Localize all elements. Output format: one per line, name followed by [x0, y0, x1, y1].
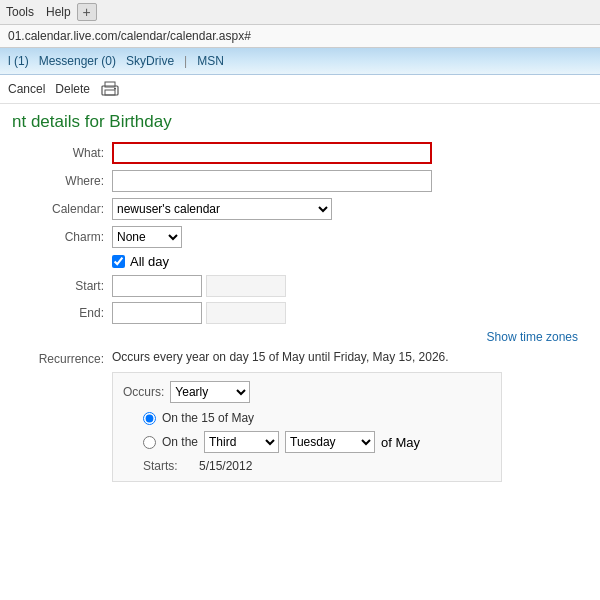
on-the-label: On the — [162, 435, 198, 449]
radio-on-ordinal-row: On the First Second Third Fourth Last Mo… — [143, 431, 491, 453]
occurs-label: Occurs: — [123, 385, 164, 399]
recurrence-box: Occurs: Yearly Daily Weekly Monthly On t… — [112, 372, 502, 482]
tools-menu[interactable]: Tools — [6, 5, 34, 19]
svg-rect-3 — [114, 88, 116, 90]
end-label: End: — [12, 306, 112, 320]
charm-select[interactable]: None — [112, 226, 182, 248]
allday-label: All day — [130, 254, 169, 269]
radio-on-15-row: On the 15 of May — [143, 411, 491, 425]
print-icon[interactable] — [100, 81, 120, 97]
recurrence-label: Recurrence: — [12, 350, 112, 366]
of-may-label: of May — [381, 435, 420, 450]
what-label: What: — [12, 146, 112, 160]
page-title: nt details for Birthday — [12, 112, 588, 132]
calendar-label: Calendar: — [12, 202, 112, 216]
charm-control: None — [112, 226, 588, 248]
calendar-select[interactable]: newuser's calendar — [112, 198, 332, 220]
show-time-zones-link[interactable]: Show time zones — [487, 330, 578, 344]
what-control — [112, 142, 588, 164]
occurs-row: Occurs: Yearly Daily Weekly Monthly — [123, 381, 491, 403]
address-bar: 01.calendar.live.com/calendar/calendar.a… — [0, 25, 600, 48]
start-time-input — [206, 275, 286, 297]
starts-value: 5/15/2012 — [199, 459, 252, 473]
browser-toolbar: Tools Help + — [0, 0, 600, 25]
cancel-button[interactable]: Cancel — [8, 82, 45, 96]
nav-messenger[interactable]: Messenger (0) — [39, 54, 116, 68]
end-row: End: — [12, 302, 588, 324]
starts-row: Starts: 5/15/2012 — [143, 459, 491, 473]
browser-menu: Tools Help — [6, 5, 71, 19]
where-control — [112, 170, 588, 192]
nav-item-l1[interactable]: l (1) — [8, 54, 29, 68]
on-15-radio[interactable] — [143, 412, 156, 425]
end-time-input — [206, 302, 286, 324]
day-select[interactable]: Monday Tuesday Wednesday Thursday Friday… — [285, 431, 375, 453]
where-label: Where: — [12, 174, 112, 188]
address-text: 01.calendar.live.com/calendar/calendar.a… — [8, 29, 251, 43]
help-menu[interactable]: Help — [46, 5, 71, 19]
svg-rect-1 — [105, 90, 115, 95]
nav-links: l (1) Messenger (0) SkyDrive | MSN — [0, 48, 600, 75]
page-toolbar: Cancel Delete — [0, 75, 600, 104]
allday-row: All day — [112, 254, 588, 269]
start-label: Start: — [12, 279, 112, 293]
on-ordinal-radio[interactable] — [143, 436, 156, 449]
ordinal-select[interactable]: First Second Third Fourth Last — [204, 431, 279, 453]
nav-separator: | — [184, 54, 187, 68]
nav-skydrive[interactable]: SkyDrive — [126, 54, 174, 68]
delete-button[interactable]: Delete — [55, 82, 90, 96]
start-row: Start: — [12, 275, 588, 297]
charm-row: Charm: None — [12, 226, 588, 248]
page-content: nt details for Birthday What: Where: Cal… — [0, 104, 600, 490]
recurrence-text: Occurs every year on day 15 of May until… — [112, 350, 449, 364]
where-input[interactable] — [112, 170, 432, 192]
time-zones-link-container: Show time zones — [12, 329, 578, 344]
start-date-input[interactable] — [112, 275, 202, 297]
new-tab-button[interactable]: + — [77, 3, 97, 21]
calendar-control: newuser's calendar — [112, 198, 588, 220]
charm-label: Charm: — [12, 230, 112, 244]
recurrence-row: Recurrence: Occurs every year on day 15 … — [12, 350, 588, 366]
starts-label: Starts: — [143, 459, 193, 473]
on-15-label: On the 15 of May — [162, 411, 254, 425]
occurs-select[interactable]: Yearly Daily Weekly Monthly — [170, 381, 250, 403]
end-date-input[interactable] — [112, 302, 202, 324]
calendar-row: Calendar: newuser's calendar — [12, 198, 588, 220]
what-row: What: — [12, 142, 588, 164]
allday-checkbox[interactable] — [112, 255, 125, 268]
where-row: Where: — [12, 170, 588, 192]
nav-msn[interactable]: MSN — [197, 54, 224, 68]
what-input[interactable] — [112, 142, 432, 164]
